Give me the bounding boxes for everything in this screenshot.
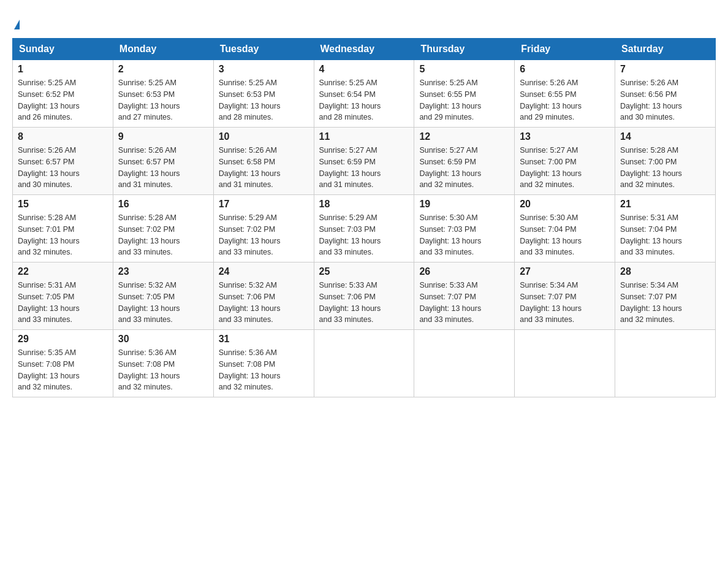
weekday-header-row: SundayMondayTuesdayWednesdayThursdayFrid… (13, 39, 716, 60)
calendar-cell: 23Sunrise: 5:32 AMSunset: 7:05 PMDayligh… (113, 262, 213, 330)
calendar-cell: 21Sunrise: 5:31 AMSunset: 7:04 PMDayligh… (615, 195, 716, 262)
day-info: Sunrise: 5:29 AMSunset: 7:02 PMDaylight:… (219, 212, 309, 258)
day-info: Sunrise: 5:26 AMSunset: 6:58 PMDaylight:… (219, 145, 309, 191)
day-number: 13 (520, 131, 610, 142)
page-header (12, 12, 716, 28)
day-info: Sunrise: 5:26 AMSunset: 6:56 PMDaylight:… (620, 77, 710, 123)
calendar-cell: 29Sunrise: 5:35 AMSunset: 7:08 PMDayligh… (13, 330, 113, 397)
day-number: 2 (118, 64, 208, 75)
day-info: Sunrise: 5:29 AMSunset: 7:03 PMDaylight:… (319, 212, 409, 258)
day-number: 31 (219, 334, 309, 345)
calendar-table: SundayMondayTuesdayWednesdayThursdayFrid… (12, 38, 716, 397)
day-number: 24 (219, 266, 309, 277)
day-number: 26 (419, 266, 509, 277)
day-number: 6 (520, 64, 610, 75)
calendar-cell: 15Sunrise: 5:28 AMSunset: 7:01 PMDayligh… (13, 195, 113, 262)
weekday-header-thursday: Thursday (414, 39, 515, 60)
calendar-cell: 9Sunrise: 5:26 AMSunset: 6:57 PMDaylight… (113, 128, 213, 195)
calendar-cell: 27Sunrise: 5:34 AMSunset: 7:07 PMDayligh… (515, 262, 615, 330)
day-info: Sunrise: 5:27 AMSunset: 6:59 PMDaylight:… (319, 145, 409, 191)
day-number: 12 (419, 131, 509, 142)
day-info: Sunrise: 5:30 AMSunset: 7:03 PMDaylight:… (419, 212, 509, 258)
calendar-cell: 3Sunrise: 5:25 AMSunset: 6:53 PMDaylight… (213, 60, 314, 128)
calendar-cell: 16Sunrise: 5:28 AMSunset: 7:02 PMDayligh… (113, 195, 213, 262)
calendar-week-3: 15Sunrise: 5:28 AMSunset: 7:01 PMDayligh… (13, 195, 716, 262)
day-info: Sunrise: 5:34 AMSunset: 7:07 PMDaylight:… (620, 280, 710, 326)
day-number: 8 (18, 131, 108, 142)
day-number: 3 (219, 64, 309, 75)
day-info: Sunrise: 5:31 AMSunset: 7:05 PMDaylight:… (18, 280, 108, 326)
calendar-header: SundayMondayTuesdayWednesdayThursdayFrid… (13, 39, 716, 60)
day-info: Sunrise: 5:33 AMSunset: 7:06 PMDaylight:… (319, 280, 409, 326)
day-number: 1 (18, 64, 108, 75)
day-info: Sunrise: 5:33 AMSunset: 7:07 PMDaylight:… (419, 280, 509, 326)
calendar-cell: 26Sunrise: 5:33 AMSunset: 7:07 PMDayligh… (414, 262, 515, 330)
calendar-cell: 14Sunrise: 5:28 AMSunset: 7:00 PMDayligh… (615, 128, 716, 195)
day-number: 20 (520, 199, 610, 210)
calendar-cell (615, 330, 716, 397)
weekday-header-friday: Friday (515, 39, 615, 60)
calendar-week-5: 29Sunrise: 5:35 AMSunset: 7:08 PMDayligh… (13, 330, 716, 397)
day-info: Sunrise: 5:36 AMSunset: 7:08 PMDaylight:… (118, 347, 208, 393)
calendar-cell (314, 330, 414, 397)
day-number: 23 (118, 266, 208, 277)
day-info: Sunrise: 5:28 AMSunset: 7:01 PMDaylight:… (18, 212, 108, 258)
weekday-header-tuesday: Tuesday (213, 39, 314, 60)
day-info: Sunrise: 5:25 AMSunset: 6:55 PMDaylight:… (419, 77, 509, 123)
day-info: Sunrise: 5:25 AMSunset: 6:52 PMDaylight:… (18, 77, 108, 123)
day-info: Sunrise: 5:34 AMSunset: 7:07 PMDaylight:… (520, 280, 610, 326)
calendar-cell: 31Sunrise: 5:36 AMSunset: 7:08 PMDayligh… (213, 330, 314, 397)
calendar-cell: 18Sunrise: 5:29 AMSunset: 7:03 PMDayligh… (314, 195, 414, 262)
logo-triangle-icon (14, 20, 20, 29)
calendar-cell: 1Sunrise: 5:25 AMSunset: 6:52 PMDaylight… (13, 60, 113, 128)
day-number: 9 (118, 131, 208, 142)
calendar-cell: 30Sunrise: 5:36 AMSunset: 7:08 PMDayligh… (113, 330, 213, 397)
day-number: 10 (219, 131, 309, 142)
calendar-cell: 11Sunrise: 5:27 AMSunset: 6:59 PMDayligh… (314, 128, 414, 195)
day-info: Sunrise: 5:32 AMSunset: 7:06 PMDaylight:… (219, 280, 309, 326)
weekday-header-monday: Monday (113, 39, 213, 60)
day-info: Sunrise: 5:31 AMSunset: 7:04 PMDaylight:… (620, 212, 710, 258)
calendar-cell: 25Sunrise: 5:33 AMSunset: 7:06 PMDayligh… (314, 262, 414, 330)
day-info: Sunrise: 5:28 AMSunset: 7:00 PMDaylight:… (620, 145, 710, 191)
calendar-cell: 20Sunrise: 5:30 AMSunset: 7:04 PMDayligh… (515, 195, 615, 262)
day-info: Sunrise: 5:26 AMSunset: 6:57 PMDaylight:… (18, 145, 108, 191)
calendar-cell: 2Sunrise: 5:25 AMSunset: 6:53 PMDaylight… (113, 60, 213, 128)
calendar-week-1: 1Sunrise: 5:25 AMSunset: 6:52 PMDaylight… (13, 60, 716, 128)
day-number: 15 (18, 199, 108, 210)
day-number: 19 (419, 199, 509, 210)
calendar-cell: 19Sunrise: 5:30 AMSunset: 7:03 PMDayligh… (414, 195, 515, 262)
day-info: Sunrise: 5:25 AMSunset: 6:53 PMDaylight:… (219, 77, 309, 123)
calendar-cell (414, 330, 515, 397)
day-number: 4 (319, 64, 409, 75)
day-number: 5 (419, 64, 509, 75)
calendar-cell: 28Sunrise: 5:34 AMSunset: 7:07 PMDayligh… (615, 262, 716, 330)
day-number: 11 (319, 131, 409, 142)
calendar-week-4: 22Sunrise: 5:31 AMSunset: 7:05 PMDayligh… (13, 262, 716, 330)
day-number: 18 (319, 199, 409, 210)
calendar-cell: 17Sunrise: 5:29 AMSunset: 7:02 PMDayligh… (213, 195, 314, 262)
day-number: 7 (620, 64, 710, 75)
day-number: 25 (319, 266, 409, 277)
day-number: 28 (620, 266, 710, 277)
calendar-cell: 13Sunrise: 5:27 AMSunset: 7:00 PMDayligh… (515, 128, 615, 195)
logo-line1 (12, 12, 20, 32)
calendar-cell: 12Sunrise: 5:27 AMSunset: 6:59 PMDayligh… (414, 128, 515, 195)
day-info: Sunrise: 5:26 AMSunset: 6:57 PMDaylight:… (118, 145, 208, 191)
day-number: 14 (620, 131, 710, 142)
logo (12, 12, 20, 28)
calendar-cell: 10Sunrise: 5:26 AMSunset: 6:58 PMDayligh… (213, 128, 314, 195)
day-number: 16 (118, 199, 208, 210)
calendar-body: 1Sunrise: 5:25 AMSunset: 6:52 PMDaylight… (13, 60, 716, 397)
day-info: Sunrise: 5:25 AMSunset: 6:53 PMDaylight:… (118, 77, 208, 123)
weekday-header-sunday: Sunday (13, 39, 113, 60)
day-info: Sunrise: 5:27 AMSunset: 6:59 PMDaylight:… (419, 145, 509, 191)
weekday-header-wednesday: Wednesday (314, 39, 414, 60)
calendar-cell: 22Sunrise: 5:31 AMSunset: 7:05 PMDayligh… (13, 262, 113, 330)
calendar-week-2: 8Sunrise: 5:26 AMSunset: 6:57 PMDaylight… (13, 128, 716, 195)
day-info: Sunrise: 5:25 AMSunset: 6:54 PMDaylight:… (319, 77, 409, 123)
day-info: Sunrise: 5:35 AMSunset: 7:08 PMDaylight:… (18, 347, 108, 393)
calendar-cell: 7Sunrise: 5:26 AMSunset: 6:56 PMDaylight… (615, 60, 716, 128)
day-info: Sunrise: 5:32 AMSunset: 7:05 PMDaylight:… (118, 280, 208, 326)
calendar-cell: 6Sunrise: 5:26 AMSunset: 6:55 PMDaylight… (515, 60, 615, 128)
